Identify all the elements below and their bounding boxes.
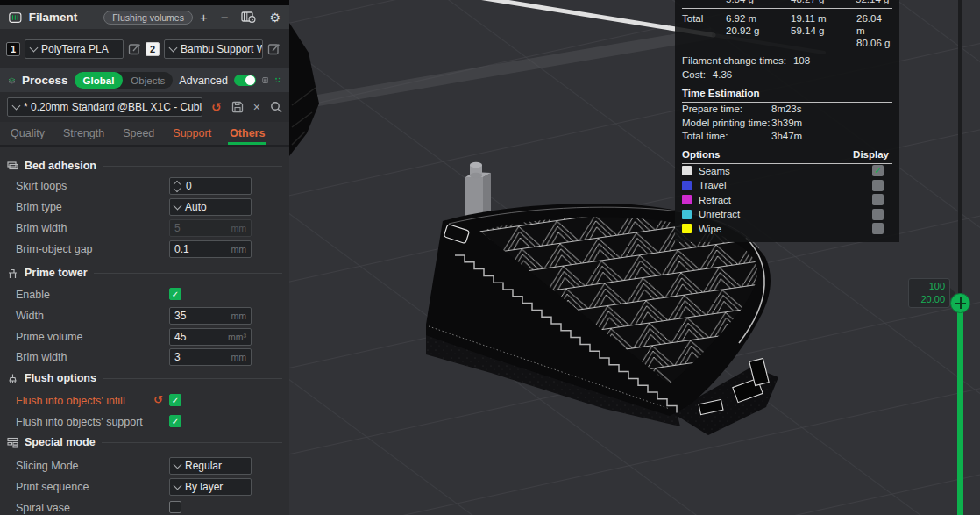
brim-gap-value: 0.1 bbox=[174, 243, 189, 255]
filament-title: Filament bbox=[29, 11, 78, 24]
wipe-label: Wipe bbox=[699, 224, 721, 234]
process-title: Process bbox=[22, 74, 68, 87]
wipe-display-checkbox[interactable] bbox=[872, 223, 884, 234]
seams-display-checkbox[interactable] bbox=[872, 165, 884, 176]
legend-row-retract: Retract bbox=[682, 193, 892, 208]
delete-preset-icon[interactable]: × bbox=[253, 101, 260, 113]
legend-row-wipe: Wipe bbox=[682, 222, 892, 237]
edit-filament-1-icon[interactable] bbox=[128, 42, 141, 55]
section-prime-tower: Prime tower bbox=[7, 267, 282, 279]
segment-objects[interactable]: Objects bbox=[123, 75, 173, 86]
enable-checkbox[interactable] bbox=[169, 288, 181, 300]
skirt-loops-value: 0 bbox=[186, 180, 192, 192]
spinner-arrows-icon[interactable] bbox=[174, 182, 180, 191]
retract-display-checkbox[interactable] bbox=[872, 194, 884, 205]
flush-support-checkbox[interactable] bbox=[169, 415, 181, 427]
setting-brim-width: Brim width 5 mm bbox=[0, 219, 289, 237]
slicer-window: 5.84 g 48.27 g 52.14 g Total 6.92 m20.92… bbox=[0, 0, 980, 515]
ams-sync-icon[interactable] bbox=[241, 11, 256, 24]
legend-row-unretract: Unretract bbox=[682, 207, 892, 222]
tab-quality[interactable]: Quality bbox=[11, 122, 45, 145]
filament-settings-gear-icon[interactable]: ⚙ bbox=[269, 11, 281, 24]
total-label: Total bbox=[682, 12, 726, 49]
clipped-value-1: 5.84 g bbox=[726, 0, 754, 4]
global-objects-segmented-control[interactable]: Global Objects bbox=[75, 72, 174, 89]
process-tabs: Quality Strength Speed Support Others bbox=[0, 122, 289, 147]
prime-width-input[interactable]: 35 mm bbox=[169, 307, 252, 325]
filament-2-select[interactable]: Bambu Support W bbox=[164, 39, 263, 59]
clipped-value-2: 48.27 g bbox=[791, 0, 824, 4]
advanced-toggle[interactable] bbox=[234, 75, 256, 86]
total-col-1: 6.92 m20.92 g bbox=[726, 12, 791, 49]
prime-width-value: 35 bbox=[174, 310, 186, 322]
chevron-down-icon bbox=[30, 43, 39, 52]
travel-display-checkbox[interactable] bbox=[872, 180, 884, 191]
segment-global[interactable]: Global bbox=[75, 72, 124, 89]
filament-1-value: PolyTerra PLA bbox=[41, 43, 109, 55]
brim-gap-input[interactable]: 0.1 mm bbox=[169, 240, 252, 258]
settings-panel: Filament Flushing volumes + − ⚙ 1 PolyTe… bbox=[0, 5, 289, 515]
brim-width-unit: mm bbox=[231, 223, 247, 233]
prime-brim-input[interactable]: 3 mm bbox=[169, 348, 252, 366]
skirt-loops-spinner[interactable]: 0 bbox=[169, 177, 252, 195]
layer-slider-handle[interactable] bbox=[950, 293, 970, 313]
filament-1-select[interactable]: PolyTerra PLA bbox=[25, 39, 124, 59]
filament-change-value: 108 bbox=[793, 54, 810, 68]
totals-row: Total 6.92 m20.92 g 19.11 m59.14 g 26.04… bbox=[682, 9, 892, 54]
advanced-label: Advanced bbox=[179, 75, 228, 87]
layer-slider-track[interactable] bbox=[958, 0, 962, 295]
cost-label: Cost: bbox=[682, 68, 706, 82]
filament-1-badge[interactable]: 1 bbox=[6, 42, 20, 56]
prime-volume-label: Prime volume bbox=[16, 328, 82, 346]
tab-speed[interactable]: Speed bbox=[123, 122, 154, 145]
parameter-list-icon[interactable] bbox=[262, 74, 269, 87]
setting-prime-enable: Enable bbox=[0, 286, 289, 304]
print-sequence-select[interactable]: By layer bbox=[169, 478, 252, 496]
options-title: Options bbox=[682, 149, 720, 160]
slicing-mode-select[interactable]: Regular bbox=[169, 457, 252, 475]
reset-preset-icon[interactable]: ↺ bbox=[211, 101, 222, 113]
section-bed-adhesion: Bed adhesion bbox=[7, 160, 282, 172]
tab-others[interactable]: Others bbox=[230, 122, 265, 145]
spiral-vase-label: Spiral vase bbox=[16, 499, 70, 515]
setting-print-sequence: Print sequence By layer bbox=[0, 478, 289, 496]
layer-slider-tooltip: 100 20.00 bbox=[908, 278, 950, 308]
reset-flush-infill-icon[interactable]: ↺ bbox=[153, 394, 163, 406]
brim-type-select[interactable]: Auto bbox=[169, 198, 252, 216]
prime-width-unit: mm bbox=[231, 311, 247, 321]
model-printing-time-row: Model printing time:3h39m bbox=[682, 117, 892, 131]
search-preset-icon[interactable] bbox=[270, 101, 282, 113]
brim-width-value: 5 bbox=[174, 222, 181, 234]
prime-volume-input[interactable]: 45 mm³ bbox=[169, 328, 252, 346]
tab-support[interactable]: Support bbox=[173, 122, 211, 145]
tab-strength[interactable]: Strength bbox=[63, 122, 104, 145]
spiral-vase-checkbox[interactable] bbox=[169, 501, 181, 513]
clipped-value-3: 52.14 g bbox=[856, 0, 889, 4]
total-time-row: Total time:3h47m bbox=[682, 130, 892, 144]
process-preset-select[interactable]: * 0.20mm Standard @BBL X1C - Cubic bbox=[7, 97, 202, 117]
section-rule bbox=[102, 442, 282, 443]
enable-label: Enable bbox=[16, 286, 50, 304]
setting-skirt-loops: Skirt loops 0 bbox=[0, 177, 289, 195]
layer-height: 20.00 bbox=[909, 293, 945, 306]
unretract-display-checkbox[interactable] bbox=[872, 209, 884, 220]
filament-2-badge[interactable]: 2 bbox=[146, 42, 160, 56]
unretract-label: Unretract bbox=[699, 209, 740, 219]
add-filament-button[interactable]: + bbox=[200, 11, 208, 24]
flush-infill-checkbox[interactable] bbox=[169, 394, 181, 406]
bed-adhesion-title: Bed adhesion bbox=[25, 160, 96, 172]
cost-value: 4.36 bbox=[713, 68, 732, 82]
wipe-swatch bbox=[682, 224, 692, 233]
remove-filament-button[interactable]: − bbox=[221, 11, 229, 24]
filament-change-label: Filament change times: bbox=[682, 54, 786, 68]
layer-slider-fill[interactable] bbox=[957, 311, 963, 515]
brim-gap-label: Brim-object gap bbox=[16, 240, 93, 258]
flushing-volumes-button[interactable]: Flushing volumes bbox=[103, 11, 193, 25]
objects-dots-icon[interactable] bbox=[274, 74, 281, 87]
edit-filament-2-icon[interactable] bbox=[267, 42, 281, 55]
save-preset-icon[interactable] bbox=[231, 101, 244, 113]
filament-2-value: Bambu Support W bbox=[181, 43, 263, 55]
filament-header-bar: Filament Flushing volumes + − ⚙ bbox=[0, 5, 289, 29]
section-rule bbox=[103, 166, 282, 167]
display-title: Display bbox=[853, 149, 889, 160]
